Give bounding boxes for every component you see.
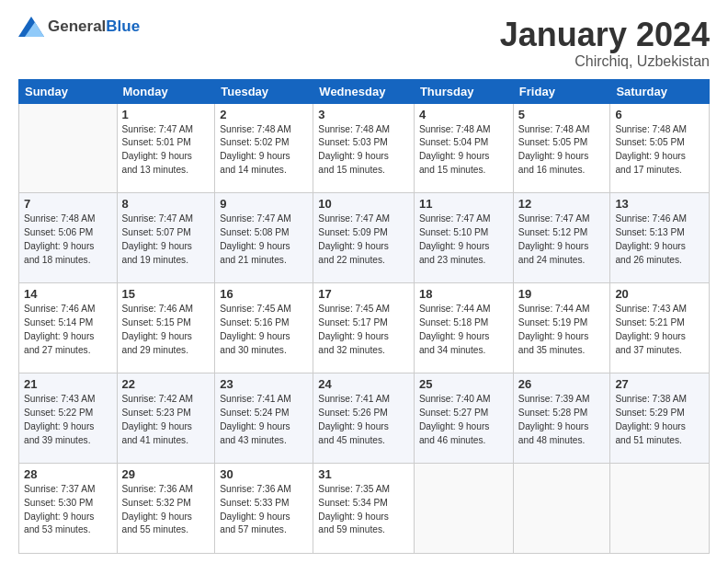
cell-date: 11: [419, 197, 508, 211]
cell-info: Sunrise: 7:46 AM Sunset: 5:13 PM Dayligh…: [615, 213, 704, 267]
cell-info: Sunrise: 7:41 AM Sunset: 5:26 PM Dayligh…: [318, 393, 409, 447]
cell-info: Sunrise: 7:47 AM Sunset: 5:10 PM Dayligh…: [419, 213, 508, 267]
col-monday: Monday: [117, 79, 215, 103]
page: GeneralBlue January 2024 Chirchiq, Uzbek…: [0, 0, 728, 563]
calendar-cell: 21Sunrise: 7:43 AM Sunset: 5:22 PM Dayli…: [19, 373, 118, 464]
calendar-cell: 24Sunrise: 7:41 AM Sunset: 5:26 PM Dayli…: [313, 373, 415, 464]
cell-date: 1: [122, 108, 210, 121]
cell-info: Sunrise: 7:39 AM Sunset: 5:28 PM Dayligh…: [518, 393, 606, 447]
col-tuesday: Tuesday: [215, 79, 313, 103]
calendar-cell: 26Sunrise: 7:39 AM Sunset: 5:28 PM Dayli…: [513, 373, 610, 464]
cell-date: 19: [518, 287, 606, 301]
cell-info: Sunrise: 7:36 AM Sunset: 5:33 PM Dayligh…: [220, 483, 308, 537]
calendar-cell: 12Sunrise: 7:47 AM Sunset: 5:12 PM Dayli…: [513, 193, 610, 283]
calendar-cell: 17Sunrise: 7:45 AM Sunset: 5:17 PM Dayli…: [313, 283, 415, 373]
calendar-cell: 11Sunrise: 7:47 AM Sunset: 5:10 PM Dayli…: [414, 193, 513, 283]
cell-date: 17: [318, 287, 409, 301]
cell-date: 4: [419, 108, 508, 121]
calendar-cell: [414, 464, 513, 554]
calendar-cell: 13Sunrise: 7:46 AM Sunset: 5:13 PM Dayli…: [610, 193, 710, 283]
cell-info: Sunrise: 7:35 AM Sunset: 5:34 PM Dayligh…: [318, 483, 409, 537]
cell-date: 23: [220, 377, 308, 391]
cell-info: Sunrise: 7:48 AM Sunset: 5:06 PM Dayligh…: [24, 213, 112, 267]
cell-date: 13: [615, 197, 704, 211]
calendar-cell: 2Sunrise: 7:48 AM Sunset: 5:02 PM Daylig…: [215, 103, 313, 193]
calendar-cell: 7Sunrise: 7:48 AM Sunset: 5:06 PM Daylig…: [19, 193, 118, 283]
logo: GeneralBlue: [18, 17, 140, 37]
cell-info: Sunrise: 7:44 AM Sunset: 5:19 PM Dayligh…: [518, 303, 606, 357]
title-block: January 2024 Chirchiq, Uzbekistan: [500, 17, 710, 70]
logo-general: General: [48, 17, 106, 35]
cell-date: 21: [24, 377, 112, 391]
calendar-cell: 23Sunrise: 7:41 AM Sunset: 5:24 PM Dayli…: [215, 373, 313, 464]
cell-info: Sunrise: 7:44 AM Sunset: 5:18 PM Dayligh…: [419, 303, 508, 357]
cell-info: Sunrise: 7:38 AM Sunset: 5:29 PM Dayligh…: [615, 393, 704, 447]
calendar-cell: 25Sunrise: 7:40 AM Sunset: 5:27 PM Dayli…: [414, 373, 513, 464]
week-row-3: 14Sunrise: 7:46 AM Sunset: 5:14 PM Dayli…: [19, 283, 710, 373]
cell-date: 26: [518, 377, 606, 391]
cell-date: 7: [24, 197, 112, 211]
cell-info: Sunrise: 7:48 AM Sunset: 5:02 PM Dayligh…: [220, 123, 308, 178]
calendar-cell: 1Sunrise: 7:47 AM Sunset: 5:01 PM Daylig…: [117, 103, 215, 193]
week-row-5: 28Sunrise: 7:37 AM Sunset: 5:30 PM Dayli…: [19, 464, 710, 554]
calendar-cell: 3Sunrise: 7:48 AM Sunset: 5:03 PM Daylig…: [313, 103, 415, 193]
logo-blue: Blue: [106, 17, 140, 35]
calendar-cell: 8Sunrise: 7:47 AM Sunset: 5:07 PM Daylig…: [117, 193, 215, 283]
calendar-cell: [19, 103, 118, 193]
cell-date: 29: [122, 467, 210, 481]
calendar-cell: [610, 464, 710, 554]
calendar-cell: 6Sunrise: 7:48 AM Sunset: 5:05 PM Daylig…: [610, 103, 710, 193]
cell-info: Sunrise: 7:45 AM Sunset: 5:16 PM Dayligh…: [220, 303, 308, 357]
cell-date: 20: [615, 287, 704, 301]
calendar-cell: 31Sunrise: 7:35 AM Sunset: 5:34 PM Dayli…: [313, 464, 415, 554]
cell-date: 28: [24, 467, 112, 481]
header-row: Sunday Monday Tuesday Wednesday Thursday…: [19, 79, 710, 103]
cell-date: 18: [419, 287, 508, 301]
cell-date: 24: [318, 377, 409, 391]
col-saturday: Saturday: [610, 79, 710, 103]
cell-date: 10: [318, 197, 409, 211]
calendar-cell: [513, 464, 610, 554]
cell-info: Sunrise: 7:43 AM Sunset: 5:21 PM Dayligh…: [615, 303, 704, 357]
cell-info: Sunrise: 7:47 AM Sunset: 5:08 PM Dayligh…: [220, 213, 308, 267]
calendar-cell: 9Sunrise: 7:47 AM Sunset: 5:08 PM Daylig…: [215, 193, 313, 283]
calendar-cell: 16Sunrise: 7:45 AM Sunset: 5:16 PM Dayli…: [215, 283, 313, 373]
cell-date: 16: [220, 287, 308, 301]
cell-date: 30: [220, 467, 308, 481]
cell-info: Sunrise: 7:37 AM Sunset: 5:30 PM Dayligh…: [24, 483, 112, 537]
cell-info: Sunrise: 7:46 AM Sunset: 5:14 PM Dayligh…: [24, 303, 112, 357]
cell-date: 9: [220, 197, 308, 211]
cell-date: 5: [518, 108, 606, 121]
calendar-cell: 18Sunrise: 7:44 AM Sunset: 5:18 PM Dayli…: [414, 283, 513, 373]
cell-date: 22: [122, 377, 210, 391]
cell-date: 15: [122, 287, 210, 301]
calendar-cell: 4Sunrise: 7:48 AM Sunset: 5:04 PM Daylig…: [414, 103, 513, 193]
cell-info: Sunrise: 7:42 AM Sunset: 5:23 PM Dayligh…: [122, 393, 210, 447]
week-row-4: 21Sunrise: 7:43 AM Sunset: 5:22 PM Dayli…: [19, 373, 710, 464]
cell-date: 12: [518, 197, 606, 211]
cell-info: Sunrise: 7:47 AM Sunset: 5:12 PM Dayligh…: [518, 213, 606, 267]
cell-date: 3: [318, 108, 409, 121]
col-thursday: Thursday: [414, 79, 513, 103]
cell-date: 8: [122, 197, 210, 211]
calendar-cell: 15Sunrise: 7:46 AM Sunset: 5:15 PM Dayli…: [117, 283, 215, 373]
col-friday: Friday: [513, 79, 610, 103]
cell-info: Sunrise: 7:47 AM Sunset: 5:09 PM Dayligh…: [318, 213, 409, 267]
logo-icon: [18, 17, 44, 37]
calendar-cell: 27Sunrise: 7:38 AM Sunset: 5:29 PM Dayli…: [610, 373, 710, 464]
cell-info: Sunrise: 7:47 AM Sunset: 5:01 PM Dayligh…: [122, 123, 210, 178]
cell-date: 6: [615, 108, 704, 121]
calendar-table: Sunday Monday Tuesday Wednesday Thursday…: [18, 79, 710, 554]
cell-info: Sunrise: 7:48 AM Sunset: 5:05 PM Dayligh…: [615, 123, 704, 178]
cell-date: 25: [419, 377, 508, 391]
cell-info: Sunrise: 7:36 AM Sunset: 5:32 PM Dayligh…: [122, 483, 210, 537]
cell-date: 2: [220, 108, 308, 121]
calendar-cell: 5Sunrise: 7:48 AM Sunset: 5:05 PM Daylig…: [513, 103, 610, 193]
cell-info: Sunrise: 7:40 AM Sunset: 5:27 PM Dayligh…: [419, 393, 508, 447]
cell-info: Sunrise: 7:45 AM Sunset: 5:17 PM Dayligh…: [318, 303, 409, 357]
calendar-cell: 10Sunrise: 7:47 AM Sunset: 5:09 PM Dayli…: [313, 193, 415, 283]
col-wednesday: Wednesday: [313, 79, 415, 103]
cell-date: 27: [615, 377, 704, 391]
calendar-cell: 19Sunrise: 7:44 AM Sunset: 5:19 PM Dayli…: [513, 283, 610, 373]
cell-info: Sunrise: 7:48 AM Sunset: 5:03 PM Dayligh…: [318, 123, 409, 178]
